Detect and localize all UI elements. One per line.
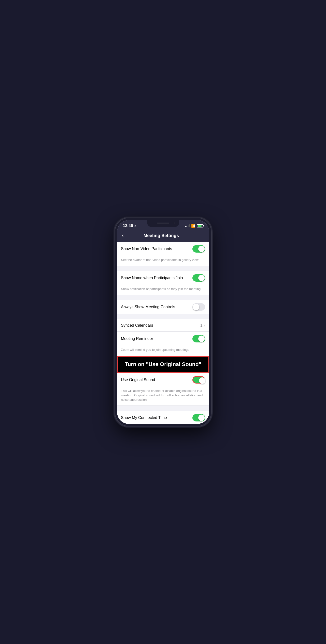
battery-fill xyxy=(198,225,202,227)
notch-camera xyxy=(173,222,175,224)
battery-icon xyxy=(197,224,203,228)
always-show-controls-label: Always Show Meeting Controls xyxy=(121,305,192,309)
show-connected-time-row: Show My Connected Time xyxy=(117,410,209,424)
show-connected-time-toggle[interactable] xyxy=(192,414,205,422)
show-non-video-toggle[interactable] xyxy=(192,245,205,252)
highlight-banner: Turn on "Use Original Sound" xyxy=(117,356,209,373)
use-original-sound-desc-text: This will allow you to enable or disable… xyxy=(121,389,205,402)
use-original-sound-row: Use Original Sound xyxy=(117,373,209,387)
toggle-knob xyxy=(198,275,205,281)
toggle-knob xyxy=(198,336,205,342)
meeting-reminder-toggle[interactable] xyxy=(192,335,205,342)
meeting-reminder-desc-text: Zoom will remind you to join upcoming me… xyxy=(121,348,205,352)
time-display: 12:46 xyxy=(123,224,133,228)
signal-icon xyxy=(185,224,190,227)
always-show-controls-row: Always Show Meeting Controls xyxy=(117,300,209,314)
synced-calendars-label: Synced Calendars xyxy=(121,323,200,328)
meeting-reminder-label: Meeting Reminder xyxy=(121,336,192,341)
location-arrow-icon: ➤ xyxy=(134,224,136,227)
show-connected-time-group: Show My Connected Time Show elapsed time… xyxy=(117,410,209,424)
wifi-icon: 📶 xyxy=(191,224,195,228)
meeting-reminder-desc: Zoom will remind you to join upcoming me… xyxy=(117,346,209,356)
settings-content: Show Non-Video Participants See the avat… xyxy=(117,242,209,424)
use-original-sound-desc: This will allow you to enable or disable… xyxy=(117,387,209,406)
screen: 12:46 ➤ 📶 ‹ Meeting Settings xyxy=(117,220,209,424)
back-button[interactable]: ‹ xyxy=(122,233,124,238)
use-original-sound-label: Use Original Sound xyxy=(121,378,192,382)
highlight-banner-text: Turn on "Use Original Sound" xyxy=(122,361,204,368)
chevron-right-icon: › xyxy=(204,324,205,328)
status-bar: 12:46 ➤ 📶 xyxy=(117,220,209,230)
show-name-desc-text: Show notification of participants as the… xyxy=(121,287,205,291)
synced-calendars-group: Synced Calendars 1 › Meeting Reminder Zo… xyxy=(117,319,209,356)
status-right-icons: 📶 xyxy=(185,224,203,228)
notch xyxy=(147,220,179,227)
meeting-reminder-row: Meeting Reminder xyxy=(117,332,209,346)
separator-4 xyxy=(117,406,209,410)
show-name-desc: Show notification of participants as the… xyxy=(117,285,209,295)
show-non-video-row: Show Non-Video Participants xyxy=(117,242,209,256)
toggle-knob xyxy=(198,246,205,252)
toggle-knob xyxy=(193,304,199,310)
show-name-row: Show Name when Participants Join xyxy=(117,271,209,285)
always-show-controls-toggle[interactable] xyxy=(192,303,205,311)
show-connected-time-label: Show My Connected Time xyxy=(121,416,192,420)
toggle-knob xyxy=(198,414,205,421)
show-name-group: Show Name when Participants Join Show no… xyxy=(117,271,209,295)
phone-frame: 12:46 ➤ 📶 ‹ Meeting Settings xyxy=(115,218,211,426)
synced-calendars-count: 1 xyxy=(200,323,203,328)
status-time: 12:46 ➤ xyxy=(123,224,137,228)
synced-calendars-value-container: 1 › xyxy=(200,323,205,328)
notch-speaker xyxy=(157,222,169,224)
use-original-sound-toggle[interactable] xyxy=(192,376,205,384)
always-show-controls-group: Always Show Meeting Controls xyxy=(117,300,209,314)
show-name-toggle[interactable] xyxy=(192,274,205,282)
show-non-video-label: Show Non-Video Participants xyxy=(121,247,192,251)
use-original-sound-group: Use Original Sound This will allow you t… xyxy=(117,373,209,406)
separator-2 xyxy=(117,295,209,300)
page-title: Meeting Settings xyxy=(126,233,197,238)
show-non-video-desc-text: See the avatar of non-video participants… xyxy=(121,258,205,262)
nav-bar: ‹ Meeting Settings xyxy=(117,230,209,242)
show-non-video-desc: See the avatar of non-video participants… xyxy=(117,256,209,266)
separator-3 xyxy=(117,314,209,319)
show-name-label: Show Name when Participants Join xyxy=(121,276,192,280)
synced-calendars-row[interactable]: Synced Calendars 1 › xyxy=(117,319,209,332)
toggle-knob xyxy=(199,378,205,384)
show-non-video-group: Show Non-Video Participants See the avat… xyxy=(117,242,209,266)
separator-1 xyxy=(117,266,209,271)
